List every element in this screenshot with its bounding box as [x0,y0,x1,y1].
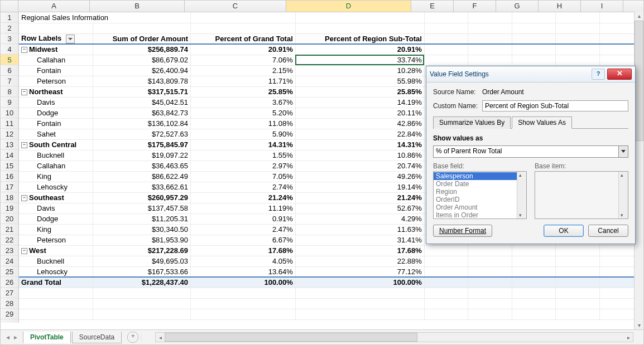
cell-amount[interactable]: $63,842.73 [93,108,190,118]
column-header-C[interactable]: C [185,1,286,12]
chevron-down-icon[interactable] [618,146,628,157]
cell-label[interactable]: Davis [19,203,93,213]
row-header-19[interactable]: 19 [1,203,18,213]
cell-pct-region[interactable]: 14.31% [295,139,424,150]
cell-pct-region[interactable]: 22.84% [295,129,424,139]
cell-label[interactable]: Callahan [19,55,93,65]
cell-label[interactable]: −West [19,245,93,256]
cell-amount[interactable]: $36,463.65 [93,161,190,171]
cell-pct-region[interactable]: 25.85% [295,86,424,97]
row-header-5[interactable]: 5 [1,55,18,65]
row-header-17[interactable]: 17 [1,182,18,192]
cell-pct-region[interactable]: 100.00% [295,277,424,288]
cell-label[interactable]: −Midwest [19,44,93,55]
cell-amount[interactable]: $317,515.71 [93,86,190,97]
cell-pct-grand[interactable]: 11.71% [190,76,295,86]
basefield-item[interactable]: Order Date [434,180,517,188]
basefield-item[interactable]: OrderID [434,196,517,203]
scroll-down-icon[interactable]: ▾ [635,321,643,330]
add-sheet-button[interactable]: + [127,332,138,343]
cell-amount[interactable]: $81,953.90 [93,235,190,245]
basefield-item[interactable]: Salesperson [434,172,517,180]
sheet-tab-other[interactable]: SourceData [72,332,122,343]
row-header-12[interactable]: 12 [1,129,18,139]
basefield-item[interactable]: Region [434,188,517,196]
cell-pct-grand[interactable]: 5.90% [190,129,295,139]
cell-amount[interactable]: $1,228,437.40 [93,277,190,288]
cell-pct-grand[interactable]: 4.05% [190,256,295,266]
cell-amount[interactable]: $256,889.74 [93,44,190,55]
row-header-18[interactable]: 18 [1,192,18,203]
cell-pct-region[interactable]: 14.19% [295,97,424,108]
cell-pct-grand[interactable]: 11.08% [190,118,295,129]
row-header-22[interactable]: 22 [1,235,18,245]
title-cell[interactable]: Regional Sales Information [19,12,190,23]
tab-splitter[interactable]: ⋮ [138,334,142,341]
filter-dropdown-icon[interactable] [66,35,75,43]
cell-pct-grand[interactable]: 7.06% [190,55,295,65]
cell-pct-region[interactable]: 11.63% [295,224,424,235]
cell-pct-region[interactable]: 21.24% [295,192,424,203]
number-format-button[interactable]: Number Format [433,225,492,237]
cell-label[interactable]: −South Central [19,139,93,150]
hscroll-thumb[interactable] [165,333,417,342]
select-all-corner[interactable] [1,1,18,12]
collapse-icon[interactable]: − [21,142,27,148]
cell-amount[interactable]: $137,457.58 [93,203,190,213]
cell-pct-region[interactable]: 55.98% [295,76,424,86]
base-field-listbox[interactable]: SalespersonOrder DateRegionOrderIDOrder … [433,171,527,219]
cell-pct-grand[interactable]: 2.15% [190,65,295,76]
listbox-scrollbar[interactable] [517,172,526,218]
cell-pct-region[interactable]: 52.67% [295,203,424,213]
header-pct-region[interactable]: Percent of Region Sub-Total [295,33,424,44]
cell-pct-grand[interactable]: 0.91% [190,213,295,224]
cell-amount[interactable]: $143,809.78 [93,76,190,86]
cell-pct-grand[interactable]: 7.05% [190,171,295,182]
sheet-nav-prev-icon[interactable]: ◂ [5,333,11,341]
cell-label[interactable]: −Northeast [19,86,93,97]
cell-amount[interactable]: $26,400.94 [93,65,190,76]
cell-amount[interactable]: $11,205.31 [93,213,190,224]
cell-amount[interactable]: $136,102.84 [93,118,190,129]
cell-pct-grand[interactable]: 2.97% [190,161,295,171]
collapse-icon[interactable]: − [21,248,27,254]
cell-amount[interactable]: $30,340.50 [93,224,190,235]
collapse-icon[interactable]: − [21,47,27,53]
basefield-item[interactable]: Order Amount [434,203,517,211]
cell-amount[interactable]: $86,622.49 [93,171,190,182]
cell-amount[interactable]: $72,527.63 [93,129,190,139]
scroll-right-icon[interactable]: ▸ [624,334,633,341]
cell-pct-region[interactable]: 20.11% [295,108,424,118]
cell-pct-region[interactable]: 77.12% [295,266,424,277]
row-header-25[interactable]: 25 [1,266,18,277]
sheet-nav[interactable]: ◂ ▸ [1,333,23,341]
row-header-11[interactable]: 11 [1,118,18,129]
cell-amount[interactable]: $175,845.97 [93,139,190,150]
cell-label[interactable]: Sahet [19,129,93,139]
row-header-16[interactable]: 16 [1,171,18,182]
row-header-15[interactable]: 15 [1,161,18,171]
cell-pct-region[interactable]: 42.86% [295,118,424,129]
cell-pct-grand[interactable]: 5.20% [190,108,295,118]
horizontal-scrollbar[interactable]: ◂ ▸ [155,332,633,342]
dialog-titlebar[interactable]: Value Field Settings ? ✕ [426,66,635,82]
show-values-as-combo[interactable]: % of Parent Row Total [433,145,628,158]
cell-label[interactable]: Dodge [19,213,93,224]
row-header-24[interactable]: 24 [1,256,18,266]
cell-label[interactable]: Peterson [19,235,93,245]
cell-amount[interactable]: $19,097.22 [93,150,190,161]
row-header-20[interactable]: 20 [1,213,18,224]
column-header-E[interactable]: E [411,1,454,12]
cell-pct-region[interactable]: 31.41% [295,235,424,245]
row-header-2[interactable]: 2 [1,23,18,33]
cell-amount[interactable]: $49,695.03 [93,256,190,266]
cell-label[interactable]: −Southeast [19,192,93,203]
row-header-13[interactable]: 13 [1,139,18,150]
cell-pct-region[interactable]: 4.29% [295,213,424,224]
sheet-nav-next-icon[interactable]: ▸ [13,333,18,341]
cell-pct-grand[interactable]: 17.68% [190,245,295,256]
custom-name-input[interactable] [482,100,628,111]
cell-label[interactable]: Fontain [19,118,93,129]
cell-pct-region[interactable]: 20.91% [295,44,424,55]
cell-amount[interactable]: $167,533.66 [93,266,190,277]
